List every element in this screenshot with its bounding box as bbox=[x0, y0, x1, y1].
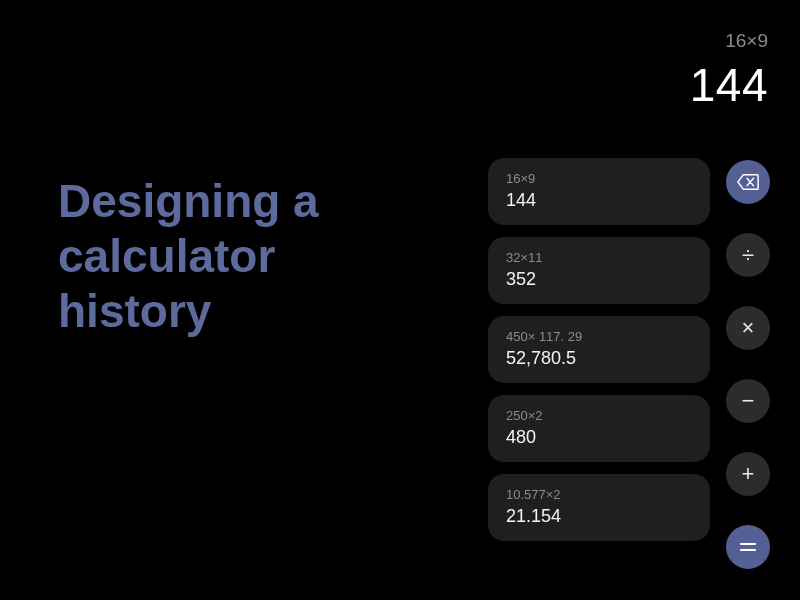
history-item[interactable]: 250×2 480 bbox=[488, 395, 710, 462]
history-result: 52,780.5 bbox=[506, 348, 692, 369]
backspace-button[interactable] bbox=[726, 160, 770, 204]
history-item[interactable]: 450× 117. 29 52,780.5 bbox=[488, 316, 710, 383]
history-expression: 450× 117. 29 bbox=[506, 329, 692, 344]
calculator-display: 16×9 144 bbox=[690, 30, 768, 112]
operations-column: ÷ × − + bbox=[726, 160, 770, 598]
history-expression: 10.577×2 bbox=[506, 487, 692, 502]
add-button[interactable]: + bbox=[726, 452, 770, 496]
minus-icon: − bbox=[742, 390, 755, 412]
page-title: Designing a calculator history bbox=[58, 174, 398, 340]
multiply-icon: × bbox=[742, 317, 755, 339]
history-item[interactable]: 16×9 144 bbox=[488, 158, 710, 225]
history-expression: 250×2 bbox=[506, 408, 692, 423]
plus-icon: + bbox=[742, 463, 755, 485]
history-expression: 16×9 bbox=[506, 171, 692, 186]
multiply-button[interactable]: × bbox=[726, 306, 770, 350]
equals-button[interactable] bbox=[726, 525, 770, 569]
history-result: 21.154 bbox=[506, 506, 692, 527]
divide-icon: ÷ bbox=[742, 244, 754, 266]
history-panel: 16×9 144 32×11 352 450× 117. 29 52,780.5… bbox=[488, 158, 710, 553]
history-result: 480 bbox=[506, 427, 692, 448]
history-item[interactable]: 32×11 352 bbox=[488, 237, 710, 304]
equals-icon bbox=[740, 541, 756, 553]
history-expression: 32×11 bbox=[506, 250, 692, 265]
history-result: 144 bbox=[506, 190, 692, 211]
backspace-icon bbox=[737, 173, 759, 191]
subtract-button[interactable]: − bbox=[726, 379, 770, 423]
history-result: 352 bbox=[506, 269, 692, 290]
display-expression: 16×9 bbox=[690, 30, 768, 52]
history-item[interactable]: 10.577×2 21.154 bbox=[488, 474, 710, 541]
display-result: 144 bbox=[690, 58, 768, 112]
divide-button[interactable]: ÷ bbox=[726, 233, 770, 277]
